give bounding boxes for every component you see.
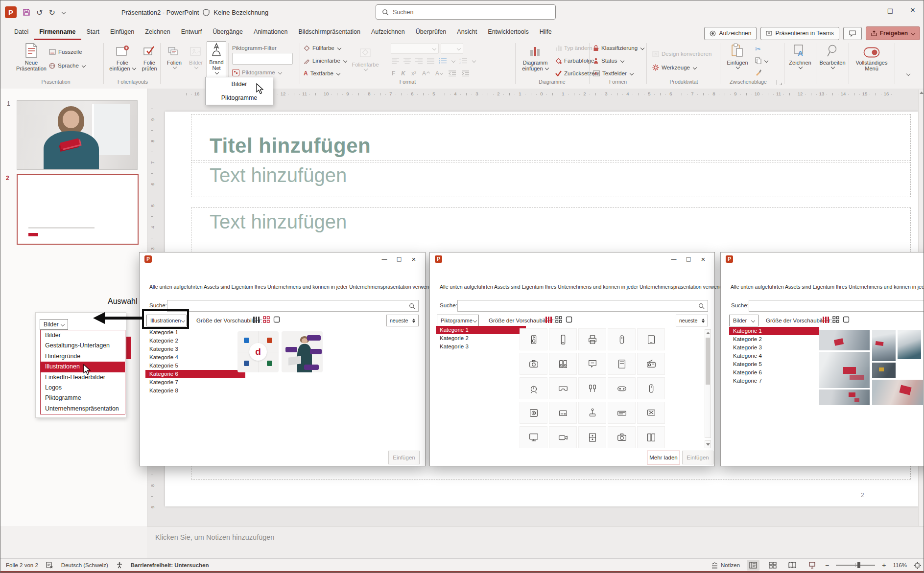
size-large-icon[interactable] bbox=[843, 316, 850, 323]
tab-1[interactable]: Firmenname bbox=[34, 28, 81, 40]
category-item-2[interactable]: Kategorie 3 bbox=[729, 344, 819, 352]
format-painter-button[interactable] bbox=[755, 68, 762, 77]
accessibility-status[interactable]: Barrierefreiheit: Untersuchen bbox=[131, 562, 209, 568]
dialog-scroll-down-button[interactable] bbox=[705, 440, 711, 448]
tab-9[interactable]: Aufzeichnen bbox=[366, 28, 410, 40]
asset-type-dropdown[interactable]: Bilder bbox=[40, 319, 68, 330]
collapse-ribbon-icon[interactable] bbox=[906, 72, 910, 76]
size-large-icon[interactable] bbox=[273, 316, 280, 323]
full-menu-button[interactable]: Vollständiges Menü bbox=[851, 42, 892, 78]
category-item-3[interactable]: Kategorie 4 bbox=[729, 352, 819, 360]
pictograms-dropdown[interactable]: Piktogramme bbox=[232, 68, 282, 77]
tablet-icon[interactable] bbox=[637, 328, 665, 350]
record-button[interactable]: Aufzeichnen bbox=[704, 27, 757, 40]
dialog-scrollbar[interactable] bbox=[705, 329, 711, 438]
printer-icon[interactable] bbox=[578, 328, 606, 350]
category-item-2[interactable]: Kategorie 3 bbox=[436, 343, 526, 351]
line-color-button[interactable]: Linienfarbe bbox=[304, 56, 347, 66]
comments-button[interactable] bbox=[843, 27, 862, 40]
cut-button[interactable]: ✂ bbox=[755, 44, 761, 54]
category-item-1[interactable]: Kategorie 2 bbox=[436, 334, 526, 343]
photo-thumbnail[interactable] bbox=[819, 390, 870, 405]
size-medium-icon[interactable] bbox=[555, 316, 562, 323]
dialog-search-input[interactable] bbox=[749, 300, 924, 312]
tab-10[interactable]: Überprüfen bbox=[410, 28, 452, 40]
category-item-5[interactable]: Kategorie 6 bbox=[729, 368, 819, 377]
insert-chart-button[interactable]: Diagramm einfügen bbox=[519, 42, 551, 78]
zoom-slider-thumb[interactable] bbox=[857, 562, 860, 568]
status-button[interactable]: Status bbox=[593, 56, 624, 66]
tab-5[interactable]: Entwurf bbox=[176, 28, 207, 40]
new-presentation-button[interactable]: Neue Präsentation bbox=[16, 42, 47, 78]
vr-headset-icon[interactable] bbox=[549, 377, 577, 399]
scroll-up-icon[interactable] bbox=[920, 92, 924, 94]
slide-thumbnail-1[interactable] bbox=[17, 100, 138, 170]
sensitivity-badge[interactable]: Keine Bezeichnung bbox=[213, 9, 268, 16]
size-small-icon[interactable] bbox=[823, 317, 829, 323]
illustration-thumbnail[interactable]: d bbox=[237, 331, 279, 372]
language-status[interactable]: Deutsch (Schweiz) bbox=[61, 562, 108, 568]
edit-button[interactable]: Bearbeiten bbox=[818, 42, 847, 78]
tab-3[interactable]: Einfügen bbox=[105, 28, 140, 40]
size-medium-icon[interactable] bbox=[263, 316, 270, 323]
dialog-search-input[interactable] bbox=[457, 300, 708, 312]
photo-thumbnail[interactable] bbox=[819, 352, 870, 388]
dialog-maximize-button[interactable]: □ bbox=[392, 253, 406, 264]
dialog-minimize-button[interactable]: — bbox=[666, 253, 681, 264]
category-item-1[interactable]: Kategorie 2 bbox=[145, 337, 245, 345]
textfields-button[interactable]: A Textfelder bbox=[593, 69, 633, 78]
asset-type-option-5[interactable]: Logos bbox=[41, 383, 125, 393]
dialog-filter-dropdown[interactable]: Piktogramme bbox=[437, 315, 479, 326]
size-large-icon[interactable] bbox=[566, 316, 572, 323]
server-icon[interactable] bbox=[608, 353, 636, 375]
minimize-button[interactable]: — bbox=[856, 0, 879, 21]
classification-button[interactable]: Klassifizierung bbox=[593, 43, 644, 53]
slide-counter[interactable]: Folie 2 von 2 bbox=[6, 562, 38, 568]
monitor-icon[interactable] bbox=[520, 426, 547, 448]
spellcheck-icon[interactable] bbox=[46, 562, 53, 569]
webcam-icon[interactable] bbox=[520, 402, 547, 424]
tools-button[interactable]: Werkzeuge bbox=[652, 63, 696, 72]
text-color-button[interactable]: A Textfarbe bbox=[304, 69, 340, 78]
horizontal-ruler[interactable]: 1615141312111098765432101234567891011121… bbox=[186, 90, 897, 98]
category-item-0[interactable]: Kategorie 1 bbox=[145, 328, 245, 337]
category-item-3[interactable]: Kategorie 4 bbox=[145, 353, 245, 362]
category-item-1[interactable]: Kategorie 2 bbox=[729, 335, 819, 344]
category-item-6[interactable]: Kategorie 7 bbox=[729, 377, 819, 385]
tab-11[interactable]: Ansicht bbox=[451, 28, 482, 40]
language-button[interactable]: Sprache bbox=[49, 61, 85, 70]
joystick-icon[interactable] bbox=[578, 402, 606, 424]
asset-type-option-6[interactable]: Piktogramme bbox=[41, 393, 125, 403]
quick-access-chevron-icon[interactable] bbox=[62, 10, 66, 14]
chat-icon[interactable] bbox=[578, 353, 606, 375]
check-slide-button[interactable]: Folie prüfen bbox=[138, 42, 161, 78]
size-small-icon[interactable] bbox=[253, 317, 260, 323]
sort-dropdown[interactable]: neueste bbox=[676, 315, 708, 326]
redo-icon[interactable]: ↻ bbox=[48, 8, 55, 17]
tab-4[interactable]: Zeichnen bbox=[140, 28, 175, 40]
slide-thumbnail-2[interactable] bbox=[17, 174, 139, 245]
zoom-out-button[interactable]: − bbox=[825, 561, 829, 569]
subtitle-placeholder-box[interactable]: Text hinzufügen bbox=[191, 162, 911, 197]
slideshow-view-button[interactable] bbox=[806, 560, 818, 571]
keyboard-icon[interactable] bbox=[608, 402, 636, 424]
insert-button[interactable]: Einfügen bbox=[388, 451, 420, 464]
category-item-2[interactable]: Kategorie 3 bbox=[145, 345, 245, 353]
illustration-thumbnail[interactable] bbox=[282, 331, 323, 372]
tab-8[interactable]: Bildschirmpräsentation bbox=[293, 28, 365, 40]
dialog-minimize-button[interactable]: — bbox=[377, 253, 392, 264]
draw-button[interactable]: A Zeichnen bbox=[786, 42, 814, 78]
photo-thumbnail[interactable] bbox=[872, 380, 923, 405]
zoom-level[interactable]: 116% bbox=[893, 562, 907, 568]
radio-icon[interactable] bbox=[637, 353, 665, 375]
present-in-teams-button[interactable]: Präsentieren in Teams bbox=[760, 27, 839, 40]
size-medium-icon[interactable] bbox=[832, 316, 839, 323]
earbuds-icon[interactable] bbox=[578, 377, 606, 399]
asset-type-option-2[interactable]: Hintergründe bbox=[41, 351, 125, 362]
category-item-0[interactable]: Kategorie 1 bbox=[729, 327, 819, 335]
reset-button[interactable]: Zurücksetzen bbox=[555, 69, 598, 78]
fit-to-window-icon[interactable] bbox=[914, 562, 921, 569]
slide-sorter-view-button[interactable] bbox=[766, 560, 779, 571]
reading-view-button[interactable] bbox=[786, 560, 799, 571]
watch-icon[interactable] bbox=[520, 377, 547, 399]
